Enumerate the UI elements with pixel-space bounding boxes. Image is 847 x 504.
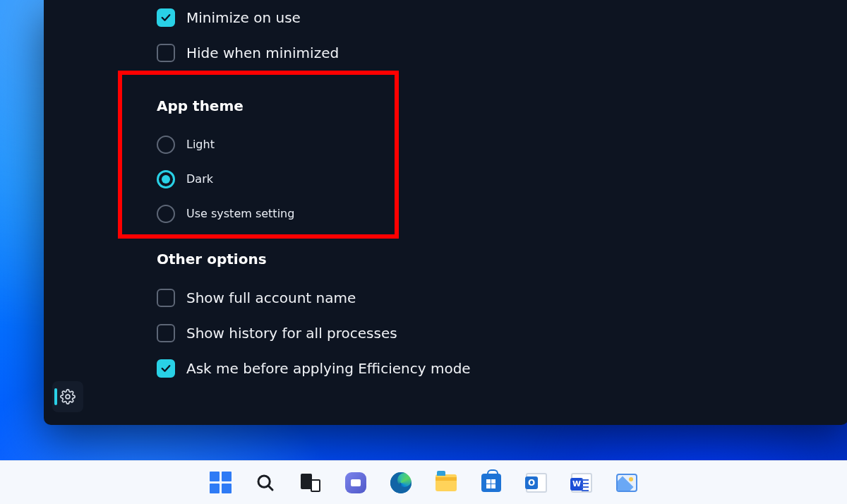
- svg-point-0: [66, 395, 70, 399]
- taskbar-start-button[interactable]: [205, 468, 235, 498]
- edge-icon: [390, 472, 412, 493]
- desktop-wallpaper: Minimize on use Hide when minimized App …: [0, 0, 847, 504]
- option-label: Show history for all processes: [186, 325, 397, 342]
- section-heading-other-options: Other options: [157, 251, 820, 268]
- outlook-icon: O: [526, 473, 547, 493]
- checkbox-icon[interactable]: [157, 44, 175, 62]
- store-icon: [481, 474, 501, 492]
- option-label: Minimize on use: [186, 9, 301, 26]
- checkbox-icon[interactable]: [157, 289, 175, 307]
- photos-icon: [616, 474, 637, 492]
- option-label: Ask me before applying Efficiency mode: [186, 360, 471, 377]
- chat-icon: [345, 472, 366, 493]
- taskbar-outlook-button[interactable]: O: [522, 468, 551, 498]
- checkbox-icon[interactable]: [157, 8, 175, 27]
- checkbox-icon[interactable]: [157, 359, 175, 378]
- taskbar-photos-button[interactable]: [612, 468, 642, 498]
- option-minimize-on-use[interactable]: Minimize on use: [157, 0, 820, 35]
- option-hide-when-minimized[interactable]: Hide when minimized: [157, 35, 820, 71]
- windows-logo-icon: [210, 472, 232, 493]
- gear-icon: [60, 389, 76, 404]
- folder-icon: [435, 474, 457, 491]
- option-label: Show full account name: [186, 289, 356, 306]
- word-icon: W: [571, 473, 592, 493]
- option-label: Hide when minimized: [186, 44, 339, 61]
- task-view-icon: [301, 474, 320, 492]
- option-show-full-account-name[interactable]: Show full account name: [157, 280, 820, 316]
- option-show-history-all-processes[interactable]: Show history for all processes: [157, 316, 820, 351]
- settings-window: Minimize on use Hide when minimized App …: [44, 0, 847, 425]
- checkbox-icon[interactable]: [157, 324, 175, 342]
- option-ask-before-efficiency-mode[interactable]: Ask me before applying Efficiency mode: [157, 351, 820, 386]
- taskbar-word-button[interactable]: W: [567, 468, 596, 498]
- svg-line-2: [268, 486, 272, 490]
- annotation-highlight-box: [118, 71, 399, 239]
- search-icon: [255, 472, 276, 493]
- taskbar-edge-button[interactable]: [386, 468, 416, 498]
- sidebar-settings-button[interactable]: [52, 381, 83, 412]
- taskbar-microsoft-store-button[interactable]: [476, 468, 506, 498]
- active-indicator: [54, 388, 57, 405]
- taskbar-file-explorer-button[interactable]: [431, 468, 461, 498]
- taskbar-task-view-button[interactable]: [296, 468, 325, 498]
- taskbar: O W: [0, 460, 847, 504]
- taskbar-chat-button[interactable]: [341, 468, 371, 498]
- taskbar-search-button[interactable]: [251, 468, 280, 498]
